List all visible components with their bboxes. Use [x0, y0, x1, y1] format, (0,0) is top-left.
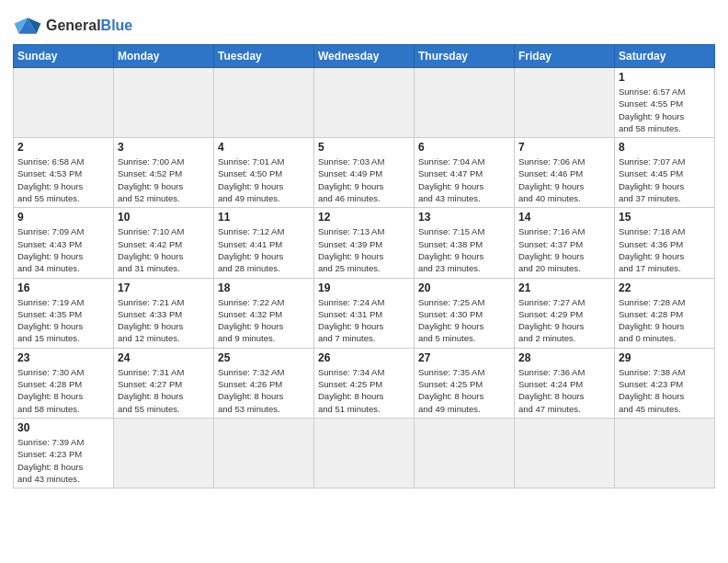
logo-text: GeneralBlue — [46, 17, 132, 34]
day-number: 6 — [418, 141, 510, 154]
calendar-cell: 3Sunrise: 7:00 AM Sunset: 4:52 PM Daylig… — [114, 138, 214, 208]
day-number: 4 — [218, 141, 310, 154]
logo: GeneralBlue — [13, 13, 132, 39]
calendar-cell — [214, 68, 314, 138]
calendar-cell — [314, 418, 415, 488]
day-number: 15 — [619, 211, 711, 224]
day-info: Sunrise: 7:03 AM Sunset: 4:49 PM Dayligh… — [318, 155, 410, 204]
calendar-cell — [14, 68, 114, 138]
logo-icon — [13, 13, 42, 39]
calendar-cell — [314, 68, 415, 138]
calendar-cell: 9Sunrise: 7:09 AM Sunset: 4:43 PM Daylig… — [14, 208, 114, 278]
calendar-cell: 10Sunrise: 7:10 AM Sunset: 4:42 PM Dayli… — [114, 208, 214, 278]
header: GeneralBlue — [13, 9, 715, 39]
calendar-cell: 18Sunrise: 7:22 AM Sunset: 4:32 PM Dayli… — [214, 278, 314, 348]
calendar-cell: 24Sunrise: 7:31 AM Sunset: 4:27 PM Dayli… — [114, 348, 214, 418]
day-number: 10 — [118, 211, 210, 224]
day-number: 8 — [619, 141, 711, 154]
weekday-header-saturday: Saturday — [615, 45, 715, 68]
calendar-cell: 16Sunrise: 7:19 AM Sunset: 4:35 PM Dayli… — [14, 278, 114, 348]
calendar-cell — [214, 418, 314, 488]
day-number: 16 — [17, 282, 109, 294]
calendar-cell: 4Sunrise: 7:01 AM Sunset: 4:50 PM Daylig… — [214, 138, 314, 208]
calendar-cell: 2Sunrise: 6:58 AM Sunset: 4:53 PM Daylig… — [14, 138, 114, 208]
day-info: Sunrise: 7:28 AM Sunset: 4:28 PM Dayligh… — [619, 296, 711, 345]
day-info: Sunrise: 6:58 AM Sunset: 4:53 PM Dayligh… — [17, 155, 109, 204]
calendar-cell: 30Sunrise: 7:39 AM Sunset: 4:23 PM Dayli… — [14, 418, 114, 488]
day-info: Sunrise: 6:57 AM Sunset: 4:55 PM Dayligh… — [619, 86, 711, 134]
weekday-header-monday: Monday — [114, 45, 214, 68]
calendar-cell: 7Sunrise: 7:06 AM Sunset: 4:46 PM Daylig… — [515, 138, 615, 208]
calendar-cell: 5Sunrise: 7:03 AM Sunset: 4:49 PM Daylig… — [314, 138, 415, 208]
day-number: 14 — [518, 211, 610, 224]
day-info: Sunrise: 7:38 AM Sunset: 4:23 PM Dayligh… — [619, 366, 711, 415]
day-number: 25 — [218, 351, 310, 364]
weekday-header-thursday: Thursday — [415, 45, 515, 68]
day-info: Sunrise: 7:16 AM Sunset: 4:37 PM Dayligh… — [518, 225, 610, 274]
day-info: Sunrise: 7:00 AM Sunset: 4:52 PM Dayligh… — [118, 155, 210, 204]
day-info: Sunrise: 7:34 AM Sunset: 4:25 PM Dayligh… — [318, 366, 410, 415]
calendar-cell — [415, 68, 515, 138]
day-number: 17 — [118, 282, 210, 294]
calendar-cell — [615, 418, 715, 488]
calendar-cell: 8Sunrise: 7:07 AM Sunset: 4:45 PM Daylig… — [615, 138, 715, 208]
calendar-cell: 11Sunrise: 7:12 AM Sunset: 4:41 PM Dayli… — [214, 208, 314, 278]
day-number: 5 — [318, 141, 410, 154]
calendar-cell: 25Sunrise: 7:32 AM Sunset: 4:26 PM Dayli… — [214, 348, 314, 418]
calendar-cell: 23Sunrise: 7:30 AM Sunset: 4:28 PM Dayli… — [14, 348, 114, 418]
day-info: Sunrise: 7:39 AM Sunset: 4:23 PM Dayligh… — [17, 436, 109, 485]
day-info: Sunrise: 7:32 AM Sunset: 4:26 PM Dayligh… — [218, 366, 310, 415]
calendar-cell: 17Sunrise: 7:21 AM Sunset: 4:33 PM Dayli… — [114, 278, 214, 348]
day-info: Sunrise: 7:06 AM Sunset: 4:46 PM Dayligh… — [518, 155, 610, 204]
day-info: Sunrise: 7:01 AM Sunset: 4:50 PM Dayligh… — [218, 155, 310, 204]
calendar-cell: 27Sunrise: 7:35 AM Sunset: 4:25 PM Dayli… — [415, 348, 515, 418]
calendar-cell: 21Sunrise: 7:27 AM Sunset: 4:29 PM Dayli… — [515, 278, 615, 348]
day-number: 21 — [518, 282, 610, 294]
weekday-header-friday: Friday — [515, 45, 615, 68]
day-info: Sunrise: 7:12 AM Sunset: 4:41 PM Dayligh… — [218, 225, 310, 274]
day-number: 12 — [318, 211, 410, 224]
week-row-3: 9Sunrise: 7:09 AM Sunset: 4:43 PM Daylig… — [14, 208, 715, 278]
day-number: 26 — [318, 351, 410, 364]
calendar-cell — [515, 68, 615, 138]
calendar-cell: 19Sunrise: 7:24 AM Sunset: 4:31 PM Dayli… — [314, 278, 415, 348]
day-number: 20 — [418, 282, 510, 294]
day-number: 9 — [17, 211, 109, 224]
day-number: 30 — [17, 421, 109, 434]
day-number: 1 — [619, 71, 711, 84]
day-number: 13 — [418, 211, 510, 224]
calendar-cell: 29Sunrise: 7:38 AM Sunset: 4:23 PM Dayli… — [615, 348, 715, 418]
page: GeneralBlue SundayMondayTuesdayWednesday… — [0, 0, 728, 563]
day-info: Sunrise: 7:10 AM Sunset: 4:42 PM Dayligh… — [118, 225, 210, 274]
day-info: Sunrise: 7:30 AM Sunset: 4:28 PM Dayligh… — [17, 366, 109, 415]
day-info: Sunrise: 7:15 AM Sunset: 4:38 PM Dayligh… — [418, 225, 510, 274]
calendar-cell — [515, 418, 615, 488]
day-number: 24 — [118, 351, 210, 364]
day-number: 18 — [218, 282, 310, 294]
day-number: 27 — [418, 351, 510, 364]
day-info: Sunrise: 7:24 AM Sunset: 4:31 PM Dayligh… — [318, 296, 410, 345]
weekday-header-tuesday: Tuesday — [214, 45, 314, 68]
calendar-cell: 20Sunrise: 7:25 AM Sunset: 4:30 PM Dayli… — [415, 278, 515, 348]
day-info: Sunrise: 7:13 AM Sunset: 4:39 PM Dayligh… — [318, 225, 410, 274]
calendar-cell: 28Sunrise: 7:36 AM Sunset: 4:24 PM Dayli… — [515, 348, 615, 418]
week-row-2: 2Sunrise: 6:58 AM Sunset: 4:53 PM Daylig… — [14, 138, 715, 208]
day-info: Sunrise: 7:22 AM Sunset: 4:32 PM Dayligh… — [218, 296, 310, 345]
calendar-cell: 22Sunrise: 7:28 AM Sunset: 4:28 PM Dayli… — [615, 278, 715, 348]
week-row-4: 16Sunrise: 7:19 AM Sunset: 4:35 PM Dayli… — [14, 278, 715, 348]
day-info: Sunrise: 7:18 AM Sunset: 4:36 PM Dayligh… — [619, 225, 711, 274]
calendar: SundayMondayTuesdayWednesdayThursdayFrid… — [13, 44, 715, 488]
calendar-cell: 14Sunrise: 7:16 AM Sunset: 4:37 PM Dayli… — [515, 208, 615, 278]
week-row-1: 1Sunrise: 6:57 AM Sunset: 4:55 PM Daylig… — [14, 68, 715, 138]
day-number: 3 — [118, 141, 210, 154]
day-info: Sunrise: 7:25 AM Sunset: 4:30 PM Dayligh… — [418, 296, 510, 345]
calendar-cell — [114, 418, 214, 488]
calendar-cell: 13Sunrise: 7:15 AM Sunset: 4:38 PM Dayli… — [415, 208, 515, 278]
day-number: 29 — [619, 351, 711, 364]
day-info: Sunrise: 7:09 AM Sunset: 4:43 PM Dayligh… — [17, 225, 109, 274]
calendar-cell: 26Sunrise: 7:34 AM Sunset: 4:25 PM Dayli… — [314, 348, 415, 418]
calendar-cell: 1Sunrise: 6:57 AM Sunset: 4:55 PM Daylig… — [615, 68, 715, 138]
day-number: 7 — [518, 141, 610, 154]
day-info: Sunrise: 7:19 AM Sunset: 4:35 PM Dayligh… — [17, 296, 109, 345]
week-row-6: 30Sunrise: 7:39 AM Sunset: 4:23 PM Dayli… — [14, 418, 715, 488]
